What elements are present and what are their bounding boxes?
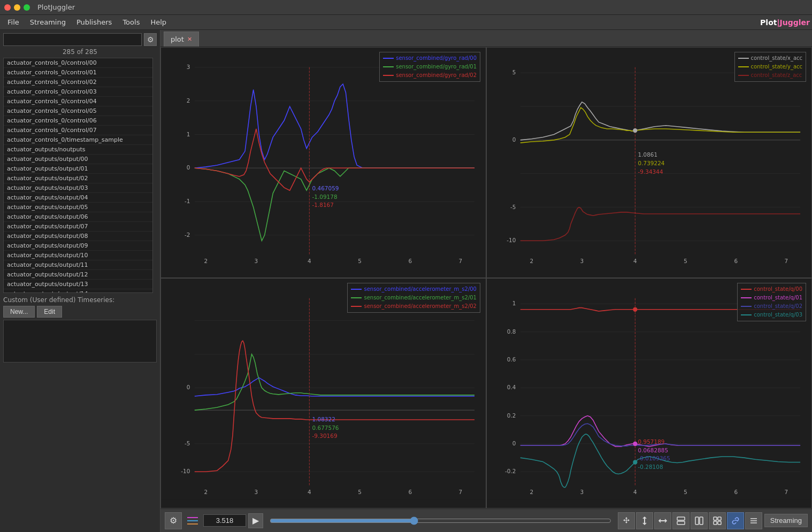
timeseries-item[interactable]: actuator_outputs/output/01 [4, 164, 152, 174]
plot-top-right[interactable]: 5 0 -5 -10 2 3 4 5 6 7 [486, 47, 812, 278]
timeseries-item[interactable]: actuator_controls_0/timestamp_sample [4, 135, 152, 145]
timeseries-item[interactable]: actuator_outputs/output/00 [4, 155, 152, 164]
svg-rect-100 [677, 521, 685, 525]
menu-publishers[interactable]: Publishers [71, 16, 117, 28]
timeseries-item[interactable]: actuator_controls_0/control/05 [4, 106, 152, 116]
timeseries-item[interactable]: actuator_outputs/output/04 [4, 193, 152, 203]
svg-text:4: 4 [633, 258, 637, 264]
svg-text:-1.8167: -1.8167 [312, 202, 334, 208]
plot-bottom-right[interactable]: 1 0.8 0.6 0.4 0.2 0 -0.2 2 3 4 5 6 7 [486, 278, 812, 509]
link-button[interactable] [727, 512, 744, 529]
list-button[interactable] [745, 512, 762, 529]
svg-text:-9.30169: -9.30169 [312, 433, 338, 439]
svg-text:3: 3 [580, 258, 584, 264]
content-area: plot ✕ 3 2 [160, 30, 812, 532]
timeseries-item[interactable]: actuator_outputs/output/08 [4, 232, 152, 241]
svg-text:0.0682885: 0.0682885 [638, 446, 669, 453]
svg-text:2: 2 [530, 489, 533, 495]
menu-streaming[interactable]: Streaming [25, 16, 71, 28]
edit-button[interactable]: Edit [37, 306, 62, 318]
timeseries-item[interactable]: actuator_outputs/output/13 [4, 280, 152, 289]
right-toolbar [618, 512, 762, 529]
settings-button[interactable]: ⚙ [144, 33, 157, 46]
time-input[interactable]: 3.518 [203, 514, 246, 527]
svg-text:-5: -5 [185, 440, 190, 446]
svg-text:-10: -10 [507, 237, 516, 243]
custom-ts-label: Custom (User defined) Timeseries: [3, 296, 157, 304]
svg-text:5: 5 [358, 489, 362, 495]
svg-text:0.739224: 0.739224 [638, 160, 665, 166]
svg-text:3: 3 [255, 489, 258, 495]
svg-point-88 [633, 441, 637, 445]
svg-rect-45 [161, 287, 486, 499]
settings-tool-button[interactable]: ⚙ [165, 512, 182, 529]
search-input[interactable] [3, 33, 142, 46]
play-button[interactable]: ▶ [248, 513, 263, 528]
svg-text:1.0861: 1.0861 [638, 151, 658, 158]
svg-text:0.467059: 0.467059 [312, 185, 339, 191]
main-layout: ⚙ 285 of 285 actuator_controls_0/control… [0, 30, 812, 532]
svg-rect-99 [677, 517, 685, 520]
titlebar: PlotJuggler [0, 0, 812, 15]
svg-text:-1.09178: -1.09178 [312, 194, 338, 200]
maximize-btn[interactable] [24, 4, 30, 11]
svg-rect-101 [695, 517, 699, 525]
timeseries-item[interactable]: actuator_outputs/output/11 [4, 260, 152, 270]
svg-text:-5: -5 [510, 204, 516, 210]
split-h-button[interactable] [691, 512, 708, 529]
tab-plot-label: plot [171, 35, 184, 43]
timeseries-item[interactable]: actuator_controls_0/control/03 [4, 87, 152, 97]
timeseries-item[interactable]: actuator_outputs/output/07 [4, 222, 152, 232]
timeseries-item[interactable]: actuator_controls_0/control/06 [4, 116, 152, 126]
zoom-y-button[interactable] [636, 512, 653, 529]
timeseries-item[interactable]: actuator_outputs/output/03 [4, 183, 152, 193]
timeseries-item[interactable]: actuator_controls_0/control/07 [4, 126, 152, 135]
custom-ts-buttons: New... Edit [3, 306, 157, 318]
move-tool-button[interactable] [618, 512, 635, 529]
close-btn[interactable] [4, 4, 11, 11]
svg-point-89 [633, 460, 637, 464]
svg-text:6: 6 [408, 258, 412, 264]
svg-text:-1: -1 [185, 198, 190, 204]
timeseries-item[interactable]: actuator_controls_0/control/04 [4, 97, 152, 106]
new-button[interactable]: New... [3, 306, 35, 318]
menubar: File Streaming Publishers Tools Help Plo… [0, 15, 812, 30]
menu-file[interactable]: File [2, 16, 25, 28]
menu-tools[interactable]: Tools [117, 16, 145, 28]
timeseries-item[interactable]: actuator_controls_0/control/01 [4, 68, 152, 78]
timeline-slider[interactable] [270, 519, 611, 523]
timeseries-item[interactable]: actuator_outputs/output/10 [4, 251, 152, 260]
timeseries-item[interactable]: actuator_controls_0/control/02 [4, 78, 152, 87]
zoom-x-button[interactable] [654, 512, 671, 529]
timeseries-item[interactable]: actuator_outputs/output/06 [4, 212, 152, 222]
plot-svg-top-right: 5 0 -5 -10 2 3 4 5 6 7 [487, 48, 811, 277]
svg-text:7: 7 [785, 258, 788, 264]
svg-text:5: 5 [684, 489, 687, 495]
menu-help[interactable]: Help [145, 16, 172, 28]
tab-plot[interactable]: plot ✕ [164, 32, 199, 47]
timeseries-item[interactable]: actuator_outputs/output/12 [4, 270, 152, 280]
plot-bottom-left[interactable]: 0 -5 -10 2 3 4 5 6 7 [160, 278, 486, 509]
timeseries-item[interactable]: actuator_outputs/output/14 [4, 289, 152, 293]
split-v-button[interactable] [672, 512, 690, 529]
plot-svg-bottom-left: 0 -5 -10 2 3 4 5 6 7 [161, 279, 486, 508]
svg-text:7: 7 [459, 489, 463, 495]
add-plot-button[interactable] [709, 512, 726, 529]
streaming-button[interactable]: Streaming [764, 514, 808, 527]
svg-text:5: 5 [512, 69, 516, 75]
legend-top-left: sensor_combined/gyro_rad/00 sensor_combi… [379, 52, 480, 82]
svg-text:2: 2 [204, 258, 208, 264]
count-label: 285 of 285 [3, 48, 157, 56]
minimize-btn[interactable] [14, 4, 20, 11]
timeseries-item[interactable]: actuator_controls_0/control/00 [4, 58, 152, 68]
timeseries-item[interactable]: actuator_outputs/noutputs [4, 145, 152, 155]
tab-close-icon[interactable]: ✕ [187, 36, 192, 43]
plot-top-left[interactable]: 3 2 1 0 -1 -2 2 3 4 5 6 7 [160, 47, 486, 278]
timeseries-item[interactable]: actuator_outputs/output/09 [4, 241, 152, 251]
svg-text:0: 0 [512, 136, 516, 143]
timeseries-item[interactable]: actuator_outputs/output/02 [4, 174, 152, 183]
timeseries-item[interactable]: actuator_outputs/output/05 [4, 203, 152, 212]
bottom-toolbar: ⚙ 3.518 ▶ [160, 508, 812, 532]
legend-bottom-right: control_state/q/00 control_state/q/01 co… [737, 283, 806, 321]
timeseries-list[interactable]: actuator_controls_0/control/00actuator_c… [3, 58, 153, 293]
